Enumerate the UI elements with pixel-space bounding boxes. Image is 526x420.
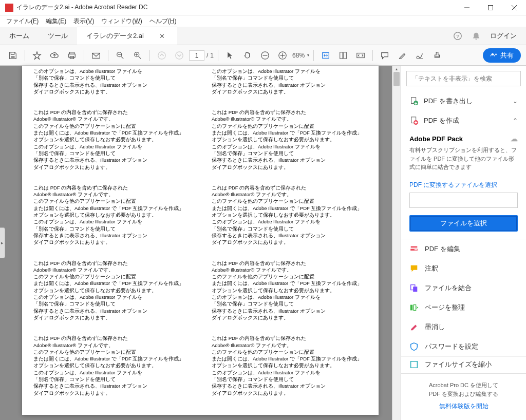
select-file-link[interactable]: PDF に変換するファイルを選択: [401, 178, 526, 193]
chevron-up-icon: ⌃: [513, 117, 518, 124]
tool-label: ファイルを結合: [425, 283, 472, 293]
task-pane: PDF を書き出し ⌄ PDF を作成 ⌃ Adobe PDF Pack ☁ 有…: [401, 66, 526, 420]
email-icon[interactable]: [88, 48, 104, 63]
vertical-scrollbar[interactable]: [392, 66, 401, 420]
file-path-input[interactable]: [409, 193, 518, 208]
tool-label: 墨消し: [425, 322, 445, 332]
menu-bar: ファイル(F) 編集(E) 表示(V) ウィンドウ(W) ヘルプ(H): [0, 15, 526, 27]
comment-icon: [409, 264, 419, 273]
left-panel-toggle[interactable]: ▸: [0, 227, 5, 258]
print-icon[interactable]: [64, 48, 80, 63]
text-block: このオプションは、Adobe Illustrator ファイルを「別名で保存」コ…: [33, 68, 200, 95]
tab-document-label: イラレのデータ2.ai: [86, 31, 144, 41]
accordion-create-pdf[interactable]: PDF を作成 ⌃: [401, 111, 526, 130]
maximize-button[interactable]: [479, 0, 502, 15]
sign-icon[interactable]: [412, 48, 427, 63]
protect-icon: [409, 342, 419, 351]
fit-width-icon[interactable]: [318, 48, 333, 63]
svg-point-17: [158, 51, 165, 59]
minimize-button[interactable]: [455, 0, 479, 15]
text-block: これは PDF の内容を含めずに保存されたAdobe® Illustrator®…: [33, 184, 200, 246]
svg-rect-7: [69, 54, 76, 57]
page-total: 1: [210, 52, 214, 59]
scrollbar-thumb[interactable]: [393, 72, 400, 86]
export-pdf-icon: [409, 97, 419, 106]
tool-combine-files[interactable]: ファイルを結合: [401, 278, 526, 298]
organize-pages-icon: [409, 303, 419, 312]
menu-window[interactable]: ウィンドウ(W): [98, 16, 145, 27]
window-controls: [455, 0, 526, 15]
text-block: このオプションは、Adobe Illustrator ファイルを「別名で保存」コ…: [212, 68, 379, 95]
zoom-in-icon[interactable]: [130, 48, 145, 63]
zoom-out-icon[interactable]: [112, 48, 128, 63]
page-indicator: / 1: [189, 50, 214, 61]
close-button[interactable]: [502, 0, 526, 15]
read-mode-icon[interactable]: [353, 48, 368, 63]
tool-label: 注釈: [425, 264, 438, 273]
menu-help[interactable]: ヘルプ(H): [146, 16, 180, 27]
zoom-minus-icon[interactable]: [257, 48, 273, 63]
document-viewport[interactable]: ▸ このオプションは、Adobe Illustrator ファイルを「別名で保存…: [0, 66, 401, 420]
search-input[interactable]: [406, 71, 521, 86]
bell-icon[interactable]: [472, 31, 481, 41]
tab-home[interactable]: ホーム: [0, 27, 39, 45]
cloud-icon: ☁: [511, 135, 518, 143]
stamp-icon[interactable]: [429, 48, 445, 63]
comment-icon[interactable]: [377, 48, 392, 63]
page-down-icon[interactable]: [172, 48, 187, 63]
zoom-plus-icon[interactable]: [275, 48, 290, 63]
help-icon[interactable]: ?: [453, 31, 462, 41]
tool-edit-pdf[interactable]: PDF を編集: [401, 239, 526, 259]
tool-organize-pages[interactable]: ページを整理: [401, 298, 526, 317]
star-icon[interactable]: [29, 48, 45, 63]
tool-reduce-size[interactable]: ファイルサイズを縮小: [401, 356, 526, 369]
text-block: これは PDF の内容を含めずに保存されたAdobe® Illustrator®…: [212, 109, 379, 170]
menu-edit[interactable]: 編集(E): [43, 16, 69, 27]
share-button[interactable]: 共有: [483, 48, 521, 63]
pointer-icon[interactable]: [222, 48, 238, 63]
reduce-size-icon: [409, 360, 419, 369]
tab-bar: ホーム ツール イラレのデータ2.ai ✕ ? ログイン: [0, 27, 526, 45]
zoom-level[interactable]: 68%▾: [292, 52, 309, 59]
highlight-icon[interactable]: [394, 48, 410, 63]
svg-line-11: [121, 56, 124, 59]
page-display-icon[interactable]: [335, 48, 351, 63]
text-block: これは PDF の内容を含めずに保存されたAdobe® Illustrator®…: [33, 109, 200, 170]
menu-view[interactable]: 表示(V): [70, 16, 97, 27]
text-block: これは PDF の内容を含めずに保存されたAdobe® Illustrator®…: [33, 335, 200, 396]
combine-files-icon: [409, 283, 419, 293]
tool-protect[interactable]: パスワードを設定: [401, 337, 526, 356]
text-block: これは PDF の内容を含めずに保存されたAdobe® Illustrator®…: [33, 260, 200, 321]
tab-tools[interactable]: ツール: [39, 27, 77, 45]
page-current-input[interactable]: [189, 50, 204, 61]
free-trial-link[interactable]: 無料体験版を開始: [406, 402, 521, 411]
page-up-icon[interactable]: [154, 48, 170, 63]
tab-document[interactable]: イラレのデータ2.ai ✕: [77, 27, 177, 45]
hand-icon[interactable]: [240, 48, 255, 63]
toolbar: / 1 68%▾ 共有: [0, 45, 526, 66]
svg-line-14: [139, 56, 141, 59]
app-icon: [5, 4, 13, 12]
svg-point-18: [176, 51, 183, 59]
svg-rect-45: [411, 361, 418, 368]
tool-redact[interactable]: 墨消し: [401, 317, 526, 337]
accordion-export-pdf[interactable]: PDF を書き出し ⌄: [401, 91, 526, 111]
document-page: このオプションは、Adobe Illustrator ファイルを「別名で保存」コ…: [22, 66, 379, 415]
select-file-button[interactable]: ファイルを選択: [409, 215, 518, 232]
tab-close-icon[interactable]: ✕: [159, 32, 165, 40]
svg-text:?: ?: [456, 33, 459, 39]
tool-comment[interactable]: 注釈: [401, 259, 526, 278]
task-pane-footer: Acrobat Pro DC を使用して PDF を変換および編集する 無料体験…: [401, 373, 526, 420]
svg-rect-43: [410, 304, 413, 310]
chevron-down-icon: ⌄: [513, 98, 518, 105]
menu-file[interactable]: ファイル(F): [3, 16, 42, 27]
save-icon[interactable]: [5, 48, 21, 63]
svg-rect-42: [413, 287, 417, 292]
pack-title: Adobe PDF Pack: [409, 135, 463, 143]
svg-rect-38: [411, 246, 418, 247]
cloud-upload-icon[interactable]: [47, 48, 62, 63]
pack-description: 有料サブスクリプションを利用すると、ファイルを PDF に変換して他のファイル形…: [409, 146, 518, 171]
text-block: これは PDF の内容を含めずに保存されたAdobe® Illustrator®…: [212, 335, 379, 396]
login-link[interactable]: ログイン: [490, 31, 517, 41]
edit-pdf-icon: [409, 244, 419, 254]
